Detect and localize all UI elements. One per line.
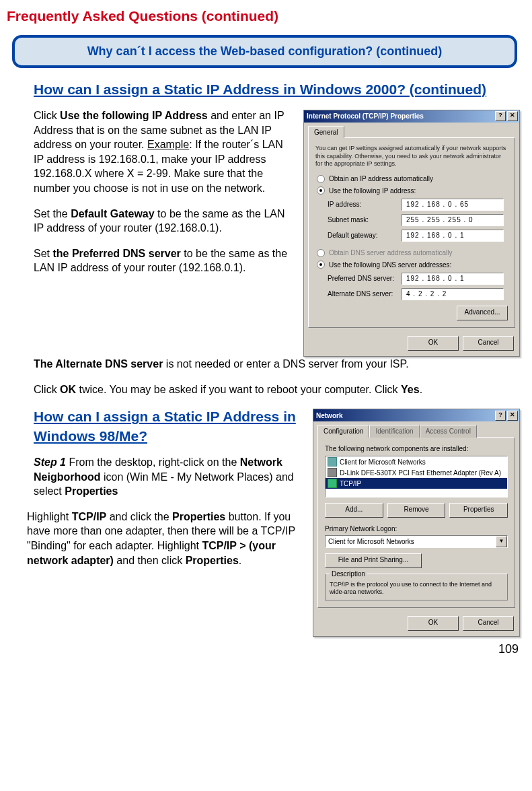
- radio-icon: [317, 186, 325, 195]
- text: Click: [34, 384, 60, 395]
- radio-icon: [317, 175, 325, 183]
- faq-heading: Frequently Asked Questions (continued): [7, 7, 520, 26]
- text: Highlight: [27, 511, 72, 522]
- para-ok: Click OK twice. You may be asked if you …: [34, 382, 520, 397]
- label-ip: IP address:: [328, 200, 402, 209]
- tcpip-properties-dialog: Internet Protocol (TCP/IP) Properties ? …: [303, 110, 520, 357]
- text: is not needed or enter a DNS server from…: [163, 358, 408, 370]
- titlebar: Network ? ✕: [313, 409, 519, 421]
- text: Click: [34, 110, 60, 121]
- components-listbox[interactable]: Client for Microsoft Networks D-Link DFE…: [325, 456, 508, 497]
- text-underline: Example: [147, 139, 189, 150]
- input-subnet[interactable]: 255 . 255 . 255 . 0: [402, 214, 504, 226]
- list-item-label: Client for Microsoft Networks: [340, 458, 426, 467]
- radio-icon: [317, 249, 325, 257]
- help-icon[interactable]: ?: [495, 411, 506, 421]
- text: .: [420, 384, 422, 395]
- text: Set the: [34, 208, 71, 219]
- tab-general[interactable]: General: [308, 126, 344, 139]
- text-bold: OK: [60, 384, 76, 395]
- chevron-down-icon[interactable]: ▼: [496, 536, 507, 547]
- file-print-sharing-button[interactable]: File and Print Sharing...: [325, 553, 422, 568]
- titlebar: Internet Protocol (TCP/IP) Properties ? …: [304, 110, 519, 123]
- description-text: TCP/IP is the protocol you use to connec…: [330, 581, 503, 596]
- input-alt-dns[interactable]: 4 . 2 . 2 . 2: [402, 288, 504, 300]
- logon-dropdown[interactable]: Client for Microsoft Networks ▼: [325, 535, 508, 548]
- dialog-title: Internet Protocol (TCP/IP) Properties: [307, 112, 424, 121]
- subheading-win98: How can I assign a Static IP Address in …: [34, 407, 301, 446]
- components-label: The following network components are ins…: [325, 444, 508, 454]
- label-pref-dns: Preferred DNS server:: [328, 274, 402, 283]
- para-highlight-tcpip: Highlight TCP/IP and click the Propertie…: [27, 510, 301, 568]
- radio-icon: [317, 261, 325, 269]
- radio-obtain-ip[interactable]: Obtain an IP address automatically: [317, 174, 508, 184]
- close-icon[interactable]: ✕: [507, 411, 518, 421]
- input-gateway[interactable]: 192 . 168 . 0 . 1: [402, 230, 504, 242]
- list-item-selected[interactable]: TCP/IP: [326, 478, 507, 489]
- list-item[interactable]: Client for Microsoft Networks: [326, 456, 507, 467]
- radio-use-dns[interactable]: Use the following DNS server addresses:: [317, 261, 508, 270]
- para-ip-address: Click Use the following IP Address and e…: [34, 108, 291, 196]
- text-bold: Yes: [401, 384, 420, 395]
- tab-identification[interactable]: Identification: [369, 425, 419, 438]
- input-ip[interactable]: 192 . 168 . 0 . 65: [402, 199, 504, 211]
- subheading-win2000: How can I assign a Static IP Address in …: [34, 80, 520, 99]
- radio-label: Obtain an IP address automatically: [329, 174, 433, 184]
- para-alt-dns: The Alternate DNS server is not needed o…: [34, 357, 520, 372]
- add-button[interactable]: Add...: [325, 503, 383, 518]
- text-bold: Properties: [65, 485, 118, 497]
- cancel-button[interactable]: Cancel: [463, 616, 514, 631]
- remove-button[interactable]: Remove: [387, 503, 446, 518]
- description-legend: Description: [330, 570, 367, 579]
- radio-label: Use the following IP address:: [329, 186, 416, 196]
- text-bold: Default Gateway: [71, 208, 154, 219]
- text-bold: Properties: [186, 555, 239, 566]
- tab-configuration[interactable]: Configuration: [317, 425, 369, 438]
- list-item-label: D-Link DFE-530TX PCI Fast Ethernet Adapt…: [340, 469, 501, 478]
- topic-box: Why can´t I access the Web-based configu…: [12, 35, 517, 67]
- label-gateway: Default gateway:: [328, 231, 402, 240]
- logon-label: Primary Network Logon:: [325, 524, 508, 534]
- ok-button[interactable]: OK: [408, 336, 459, 351]
- page-number: 109: [7, 641, 520, 657]
- radio-use-ip[interactable]: Use the following IP address:: [317, 186, 508, 196]
- text: and then click: [114, 555, 186, 566]
- radio-label: Obtain DNS server address automatically: [329, 248, 452, 258]
- label-alt-dns: Alternate DNS server:: [328, 289, 402, 299]
- para-dns: Set the Preferred DNS server to be the s…: [34, 246, 291, 275]
- adapter-icon: [328, 468, 337, 477]
- text-bold: the Preferred DNS server: [52, 248, 180, 259]
- help-icon[interactable]: ?: [495, 111, 506, 121]
- label-subnet: Subnet mask:: [328, 215, 402, 225]
- close-icon[interactable]: ✕: [507, 111, 518, 121]
- intro-text: You can get IP settings assigned automat…: [315, 145, 508, 168]
- list-item[interactable]: D-Link DFE-530TX PCI Fast Ethernet Adapt…: [326, 467, 507, 478]
- topic-box-text: Why can´t I access the Web-based configu…: [27, 43, 502, 59]
- text: twice. You may be asked if you want to r…: [76, 384, 401, 395]
- radio-obtain-dns: Obtain DNS server address automatically: [317, 248, 508, 258]
- text-bold: The Alternate DNS server: [34, 358, 163, 370]
- text: Set: [34, 248, 52, 259]
- text-bold: Properties: [172, 511, 225, 522]
- text: and click the: [106, 511, 172, 522]
- tab-access-control[interactable]: Access Control: [420, 425, 477, 438]
- client-icon: [328, 457, 337, 467]
- dropdown-value: Client for Microsoft Networks: [328, 537, 414, 547]
- properties-button[interactable]: Properties: [449, 503, 508, 518]
- para-gateway: Set the Default Gateway to be the same a…: [34, 207, 291, 236]
- text: From the desktop, right-click on the: [66, 456, 240, 468]
- list-item-label: TCP/IP: [340, 479, 361, 489]
- network-dialog: Network ? ✕ ConfigurationIdentificationA…: [313, 409, 520, 637]
- text-bold: TCP/IP: [72, 511, 107, 522]
- input-pref-dns[interactable]: 192 . 168 . 0 . 1: [402, 273, 504, 285]
- cancel-button[interactable]: Cancel: [463, 336, 514, 351]
- ok-button[interactable]: OK: [408, 616, 459, 631]
- dialog-title: Network: [316, 411, 342, 421]
- para-step1: Step 1 From the desktop, right-click on …: [34, 455, 301, 499]
- description-group: Description TCP/IP is the protocol you u…: [325, 574, 508, 601]
- advanced-button[interactable]: Advanced...: [457, 306, 508, 320]
- text: .: [239, 555, 241, 566]
- radio-label: Use the following DNS server addresses:: [329, 261, 451, 270]
- step-label: Step 1: [34, 456, 66, 468]
- text-bold: Use the following IP Address: [60, 110, 208, 121]
